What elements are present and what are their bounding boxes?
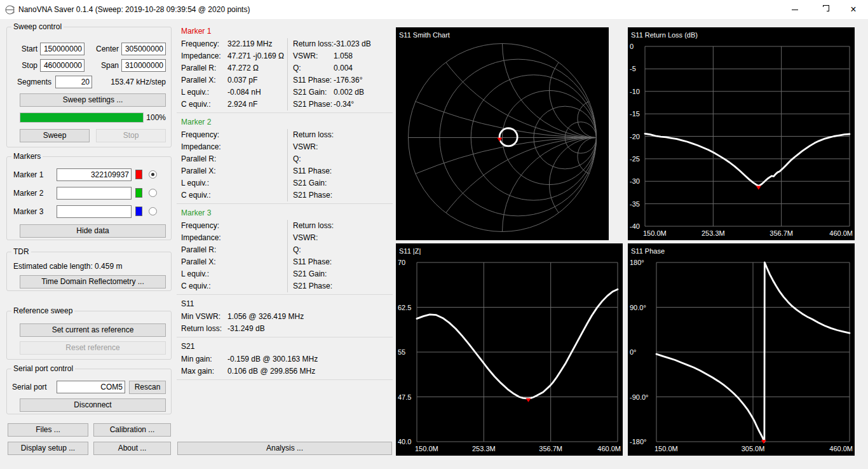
detail-label: Impedance: (177, 50, 227, 62)
section-separator (177, 112, 393, 113)
stop-label: Stop (11, 59, 37, 72)
marker2-radio[interactable] (149, 189, 157, 197)
svg-text:62.5: 62.5 (398, 304, 411, 311)
detail-label: S21 Gain: (288, 177, 334, 189)
start-input[interactable] (40, 43, 85, 55)
info-value: 0.106 dB @ 299.856 MHz (227, 365, 393, 377)
info-label: Min gain: (177, 353, 227, 365)
detail-label: S11 Phase: (288, 165, 334, 177)
marker3-frequency-input[interactable] (57, 205, 132, 218)
sweep-progress-fill (20, 113, 143, 122)
detail-right-cell: S21 Gain: (287, 268, 393, 280)
detail-right-cell: S11 Phase:-176.36° (287, 74, 393, 86)
analysis-button[interactable]: Analysis ... (177, 442, 392, 455)
hide-data-button[interactable]: Hide data (20, 224, 166, 238)
detail-value (227, 280, 287, 292)
svg-text:0: 0 (630, 43, 634, 50)
marker3-radio[interactable] (149, 207, 157, 215)
display-setup-button[interactable]: Display setup ... (8, 442, 88, 455)
detail-right-cell: S21 Gain:0.002 dB (287, 86, 393, 99)
marker2-frequency-input[interactable] (57, 187, 132, 200)
detail-value (227, 256, 287, 268)
s11-z-chart[interactable]: 7062.55547.540.0150.0M253.3M356.7M460.0M… (396, 243, 623, 456)
detail-right-cell: Return loss:-31.023 dB (287, 38, 393, 50)
svg-text:-30: -30 (630, 177, 640, 185)
marker-3-heading: Marker 3 (177, 206, 393, 220)
detail-label: S11 Phase: (288, 256, 334, 268)
about-button[interactable]: About ... (93, 442, 171, 455)
detail-label: Q: (288, 244, 334, 256)
marker1-radio[interactable] (149, 170, 157, 179)
detail-value (227, 129, 287, 141)
marker3-color-swatch (135, 207, 142, 216)
files-button[interactable]: Files ... (8, 423, 88, 437)
detail-value (334, 256, 393, 268)
s11-smith-chart-svg: S11 Smith Chart (396, 27, 609, 240)
reference-sweep-group: Reference sweep Set current as reference… (6, 311, 172, 360)
marker-detail-row: C equiv.:S21 Phase: (177, 189, 393, 201)
detail-right-cell: S21 Phase:-0.34° (287, 99, 393, 111)
detail-value: 322.119 MHz (227, 38, 287, 50)
detail-right-cell: S21 Gain: (287, 177, 393, 189)
app-content: Sweep control Start Center Stop Span Seg… (0, 19, 868, 469)
s11-smith-chart[interactable]: S11 Smith Chart (396, 27, 609, 240)
info-label: Min VSWR: (177, 311, 227, 323)
section-separator (177, 379, 393, 380)
s11-phase-chart[interactable]: 180°90.0°0°-90.0°-180°150.0M305.0M460.0M… (628, 243, 855, 456)
detail-value (227, 141, 287, 153)
stop-button[interactable]: Stop (96, 129, 166, 142)
disconnect-button[interactable]: Disconnect (20, 398, 166, 412)
reset-reference-button[interactable]: Reset reference (20, 341, 166, 355)
svg-text:-5: -5 (630, 65, 636, 72)
rescan-button[interactable]: Rescan (129, 381, 166, 394)
marker-detail-row: Frequency:322.119 MHzReturn loss:-31.023… (177, 38, 393, 50)
s11-min-vswr-row: Min VSWR: 1.056 @ 326.419 MHz (177, 311, 393, 323)
section-separator (177, 337, 393, 337)
svg-text:253.3M: 253.3M (472, 445, 496, 452)
section-separator (177, 294, 393, 295)
svg-text:47.5: 47.5 (398, 393, 411, 401)
detail-value (334, 220, 393, 232)
titlebar[interactable]: NanoVNA Saver 0.1.4 (Sweep: 2019-10-28 0… (0, 0, 868, 19)
serial-port-input[interactable] (57, 381, 125, 393)
detail-value: 0.037 pF (227, 74, 287, 86)
detail-value (334, 129, 393, 141)
minimize-icon (792, 10, 798, 10)
tdr-button[interactable]: Time Domain Reflectometry ... (20, 275, 166, 289)
close-button[interactable]: × (839, 0, 868, 19)
detail-right-cell: Q:0.004 (287, 62, 393, 74)
sweep-settings-button[interactable]: Sweep settings ... (20, 93, 166, 107)
reference-sweep-title: Reference sweep (11, 306, 74, 316)
detail-label: L equiv.: (177, 268, 227, 280)
segments-input[interactable] (55, 76, 92, 88)
restore-button[interactable] (810, 0, 839, 19)
detail-label: VSWR: (288, 232, 334, 244)
svg-text:-15: -15 (630, 110, 640, 118)
detail-label: S21 Gain: (288, 268, 334, 280)
cable-length-text: Estimated cable length: 0.459 m (13, 260, 168, 273)
sweep-button[interactable]: Sweep (20, 129, 90, 142)
span-input[interactable] (121, 59, 166, 72)
stop-input[interactable] (40, 59, 85, 72)
detail-right-cell: S21 Phase: (287, 189, 393, 201)
marker-detail-row: Frequency:Return loss: (177, 220, 393, 232)
detail-label: L equiv.: (177, 177, 227, 189)
detail-value (227, 220, 287, 232)
set-reference-button[interactable]: Set current as reference (20, 323, 166, 337)
center-input[interactable] (121, 43, 166, 55)
start-label: Start (11, 43, 37, 55)
detail-right-cell: VSWR: (287, 141, 393, 153)
detail-label: Parallel R: (177, 244, 227, 256)
detail-label: Frequency: (177, 38, 227, 50)
calibration-button[interactable]: Calibration ... (93, 423, 171, 437)
minimize-button[interactable] (780, 0, 810, 19)
tdr-title: TDR (11, 247, 31, 257)
marker-detail-row: Parallel R:47.272 ΩQ:0.004 (177, 62, 393, 74)
marker-detail-row: Impedance:VSWR: (177, 232, 393, 244)
marker1-frequency-input[interactable] (57, 168, 132, 181)
detail-value (227, 232, 287, 244)
section-separator (177, 203, 393, 204)
s11-return-loss-chart[interactable]: 0-5-10-15-20-25-30-35-40150.0M253.3M356.… (628, 27, 855, 240)
detail-value (227, 165, 287, 177)
marker-detail-row: Parallel R:Q: (177, 244, 393, 256)
